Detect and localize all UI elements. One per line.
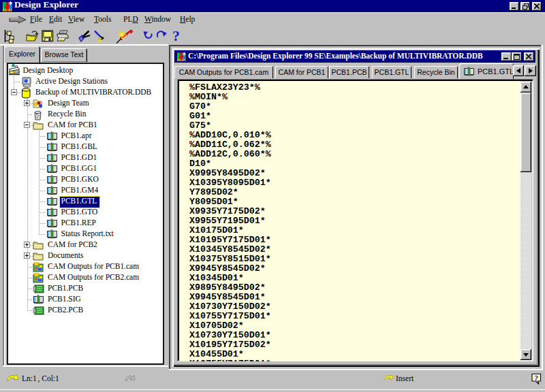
svg-text:?: ?	[534, 374, 538, 382]
